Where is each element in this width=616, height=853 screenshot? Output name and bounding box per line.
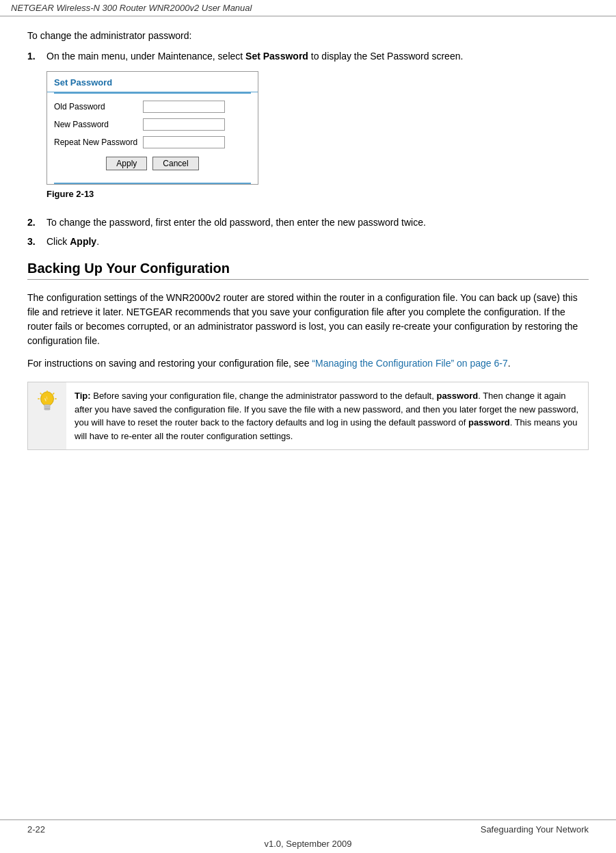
step-3: 3. Click Apply.: [27, 236, 589, 247]
step-3-content: Click Apply.: [46, 236, 589, 247]
page-footer-wrapper: 2-22 Safeguarding Your Network v1.0, Sep…: [0, 819, 616, 853]
svg-line-2: [40, 393, 42, 394]
repeat-password-label: Repeat New Password: [54, 137, 143, 147]
repeat-password-input[interactable]: [143, 136, 225, 148]
screenshot-divider-bottom: [54, 183, 251, 184]
form-area: Old Password New Password Repeat New Pas…: [47, 94, 258, 183]
tip-text1: Before saving your configuration file, c…: [91, 391, 437, 401]
step-2: 2. To change the password, first enter t…: [27, 217, 589, 228]
step-3-num: 3.: [27, 236, 46, 247]
section-paragraph-1: The configuration settings of the WNR200…: [27, 291, 589, 348]
page-footer: 2-22 Safeguarding Your Network: [0, 819, 616, 839]
screenshot-title: Set Password: [47, 72, 258, 92]
footer-left: 2-22: [27, 824, 45, 835]
step-2-content: To change the password, first enter the …: [46, 217, 589, 228]
svg-rect-8: [44, 408, 51, 410]
new-password-input[interactable]: [143, 118, 225, 131]
header-title: NETGEAR Wireless-N 300 Router WNR2000v2 …: [11, 3, 252, 13]
step-3-bold: Apply: [70, 236, 96, 247]
svg-line-3: [53, 393, 54, 394]
step-2-num: 2.: [27, 217, 46, 228]
svg-rect-7: [44, 406, 51, 408]
old-password-label: Old Password: [54, 102, 143, 111]
tip-icon-area: [28, 382, 66, 449]
tip-box: Tip: Before saving your configuration fi…: [27, 382, 589, 450]
section-para2-end: .: [508, 358, 511, 369]
step-1-num: 1.: [27, 51, 46, 209]
footer-right: Safeguarding Your Network: [481, 824, 589, 835]
section-para2-text: For instructions on saving and restoring…: [27, 358, 312, 369]
step-1-bold: Set Password: [245, 51, 308, 62]
svg-rect-6: [44, 405, 51, 407]
step-2-text: To change the password, first enter the …: [46, 217, 426, 228]
section-heading: Backing Up Your Configuration: [27, 261, 589, 280]
step-3-text2: .: [96, 236, 99, 247]
apply-button[interactable]: Apply: [106, 157, 147, 170]
step-1-text2: to display the Set Password screen.: [308, 51, 463, 62]
tip-label: Tip:: [75, 391, 91, 401]
step-1-content: On the main menu, under Maintenance, sel…: [46, 51, 589, 209]
tip-bold2: password: [468, 417, 510, 428]
section-paragraph-2: For instructions on saving and restoring…: [27, 356, 589, 371]
new-password-label: New Password: [54, 120, 143, 129]
section-para1-text: The configuration settings of the WNR200…: [27, 292, 578, 346]
step-3-text: Click: [46, 236, 70, 247]
old-password-input[interactable]: [143, 101, 225, 113]
new-password-row: New Password: [54, 118, 251, 131]
step-1: 1. On the main menu, under Maintenance, …: [27, 51, 589, 209]
repeat-password-row: Repeat New Password: [54, 136, 251, 148]
tip-bold1: password: [436, 391, 478, 401]
form-buttons: Apply Cancel: [54, 157, 251, 176]
footer-center: v1.0, September 2009: [0, 839, 616, 853]
step-1-text: On the main menu, under Maintenance, sel…: [46, 51, 245, 62]
intro-text: To change the administrator password:: [27, 30, 589, 41]
page-header: NETGEAR Wireless-N 300 Router WNR2000v2 …: [0, 0, 616, 16]
screenshot-box: Set Password Old Password New Password R…: [46, 71, 258, 185]
cancel-button[interactable]: Cancel: [152, 157, 198, 170]
config-link[interactable]: “Managing the Configuration File” on pag…: [312, 358, 507, 369]
lightbulb-icon: [36, 391, 58, 415]
page-content: To change the administrator password: 1.…: [0, 16, 616, 502]
figure-caption: Figure 2-13: [46, 189, 589, 199]
tip-content: Tip: Before saving your configuration fi…: [66, 382, 588, 449]
old-password-row: Old Password: [54, 101, 251, 113]
